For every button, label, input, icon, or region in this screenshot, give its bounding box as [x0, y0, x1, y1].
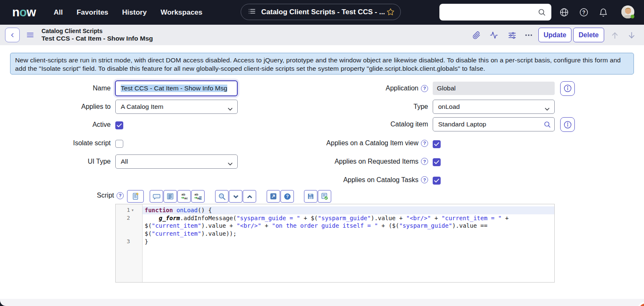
svg-text:ac: ac — [184, 196, 188, 200]
editor-open-in-window-button[interactable] — [267, 190, 280, 203]
record-table-name: Catalog Client Scripts — [42, 28, 153, 35]
editor-replace-button[interactable]: abac — [177, 190, 191, 203]
update-button[interactable]: Update — [538, 28, 571, 42]
next-record-arrow-icon[interactable] — [625, 29, 638, 41]
nav-item-history[interactable]: History — [122, 8, 147, 17]
catalog-item-label: Catalog item — [302, 117, 428, 131]
svg-text:ab: ab — [182, 193, 185, 196]
context-menu-pill[interactable]: Catalog Client Scripts - Test CCS - ... — [241, 4, 401, 20]
applies-requested-items-checkbox[interactable] — [433, 158, 441, 166]
form-header-toolbar: Catalog Client Scripts Test CCS - Cat It… — [0, 25, 644, 45]
activity-pulse-icon[interactable] — [488, 29, 500, 41]
ui-type-label: UI Type — [27, 154, 111, 169]
svg-text:?: ? — [582, 10, 585, 15]
chevron-down-icon — [228, 160, 233, 167]
favorite-star-icon[interactable] — [387, 8, 395, 16]
main-menu: All Favorites History Workspaces — [54, 0, 203, 25]
form-context-menu-icon[interactable] — [26, 28, 35, 42]
active-label: Active — [27, 118, 111, 132]
context-pill-title: Catalog Client Scripts - Test CCS - ... — [261, 8, 387, 16]
application-help-icon[interactable]: ? — [421, 85, 428, 92]
ui-type-select[interactable]: All — [115, 154, 238, 169]
applies-catalog-tasks-help-icon[interactable]: ? — [421, 176, 428, 183]
catalog-item-info-button[interactable] — [560, 117, 575, 132]
isolate-script-label: Isolate script — [27, 136, 111, 150]
script-code-editor[interactable]: 1▾23 function onLoad() { g_form.addInfoM… — [115, 204, 555, 283]
servicenow-logo[interactable]: now — [12, 6, 36, 18]
application-field: Global — [433, 82, 555, 95]
help-icon[interactable]: ? — [577, 0, 590, 25]
editor-syntax-check-button[interactable] — [318, 190, 331, 203]
personalize-sliders-icon[interactable] — [506, 29, 518, 41]
active-checkbox[interactable] — [115, 121, 123, 129]
applies-requested-items-help-icon[interactable]: ? — [421, 158, 428, 165]
applies-catalog-item-view-checkbox[interactable] — [433, 140, 441, 148]
code-line[interactable]: g_form.addInfoMessage("sysparm_guide = "… — [143, 214, 554, 222]
global-search — [439, 4, 551, 21]
script-help-icon[interactable]: ? — [117, 192, 124, 199]
user-avatar[interactable] — [621, 5, 634, 18]
globe-icon[interactable] — [558, 0, 570, 25]
nav-item-all[interactable]: All — [54, 8, 63, 17]
delete-button[interactable]: Delete — [573, 28, 604, 42]
applies-catalog-tasks-label: Applies on Catalog Tasks ? — [260, 173, 428, 187]
top-nav: now All Favorites History Workspaces Cat… — [0, 0, 644, 25]
info-banner-line2: add the "Isolate script" field. To disab… — [15, 64, 629, 73]
global-search-input[interactable] — [439, 4, 538, 21]
code-line[interactable]: } — [143, 238, 554, 246]
catalog-item-lookup-button[interactable] — [540, 117, 555, 131]
editor-help-button[interactable]: ? — [280, 190, 294, 203]
gutter-row: 2 — [116, 214, 142, 222]
code-line[interactable]: function onLoad() { — [143, 206, 554, 214]
applies-catalog-tasks-checkbox[interactable] — [433, 177, 441, 185]
back-button[interactable] — [5, 28, 20, 42]
gutter-row — [116, 222, 142, 230]
previous-record-arrow-icon[interactable] — [608, 29, 621, 41]
catalog-item-input[interactable]: Standard Laptop — [433, 117, 540, 131]
editor-search-button[interactable] — [215, 190, 229, 203]
fold-arrow-icon[interactable]: ▾ — [132, 206, 134, 214]
applies-catalog-item-view-label: Applies on a Catalog Item view ? — [260, 136, 428, 150]
svg-text:ab: ab — [195, 193, 198, 196]
applies-requested-items-label: Applies on Requested Items ? — [260, 154, 428, 169]
svg-text:?: ? — [286, 194, 288, 199]
notifications-bell-icon[interactable] — [597, 0, 610, 25]
more-options-icon[interactable] — [522, 29, 535, 41]
search-icon[interactable] — [538, 8, 551, 17]
applies-to-select[interactable]: A Catalog Item — [115, 100, 238, 114]
application-info-button[interactable] — [560, 81, 575, 96]
attachment-paperclip-icon[interactable] — [470, 29, 483, 41]
info-banner: New client-scripts are run in strict mod… — [10, 53, 634, 75]
editor-format-code-button[interactable] — [127, 190, 144, 203]
gutter-row — [116, 230, 142, 238]
script-label: Script ? — [27, 189, 124, 202]
record-name: Test CCS - Cat Item - Show Info Msg — [42, 35, 153, 42]
type-select[interactable]: onLoad — [433, 100, 555, 114]
editor-replace-all-button[interactable]: abac — [191, 190, 205, 203]
nav-item-workspaces[interactable]: Workspaces — [161, 8, 203, 17]
status-online-dot — [631, 15, 634, 18]
editor-find-next-button[interactable] — [229, 190, 242, 203]
editor-gutter: 1▾23 — [116, 204, 143, 282]
form-list-icon — [248, 8, 256, 17]
editor-toggle-comment-button[interactable] — [150, 190, 163, 203]
chevron-down-icon — [228, 105, 233, 113]
editor-find-previous-button[interactable] — [243, 190, 256, 203]
name-input[interactable]: Test CCS - Cat Item - Show Info Msg — [115, 80, 238, 96]
record-title: Catalog Client Scripts Test CCS - Cat It… — [42, 28, 153, 42]
gutter-row: 3 — [116, 238, 142, 246]
chevron-down-icon — [545, 105, 550, 113]
application-label: Application ? — [302, 81, 428, 95]
code-line[interactable]: $("current_item").value)); — [143, 230, 554, 238]
code-line[interactable]: $("current_item").value + "<br/>" + "on … — [143, 222, 554, 230]
isolate-script-checkbox[interactable] — [115, 140, 123, 148]
nav-item-favorites[interactable]: Favorites — [77, 8, 109, 17]
gutter-row: 1▾ — [116, 206, 142, 214]
editor-code-area[interactable]: function onLoad() { g_form.addInfoMessag… — [143, 204, 554, 282]
editor-format-document-button[interactable] — [164, 190, 177, 203]
editor-save-button[interactable] — [304, 190, 317, 203]
footer-strip — [0, 299, 644, 306]
applies-catalog-item-view-help-icon[interactable]: ? — [421, 140, 428, 147]
form-content: New client-scripts are run in strict mod… — [0, 45, 644, 299]
name-label: Name — [27, 81, 111, 95]
